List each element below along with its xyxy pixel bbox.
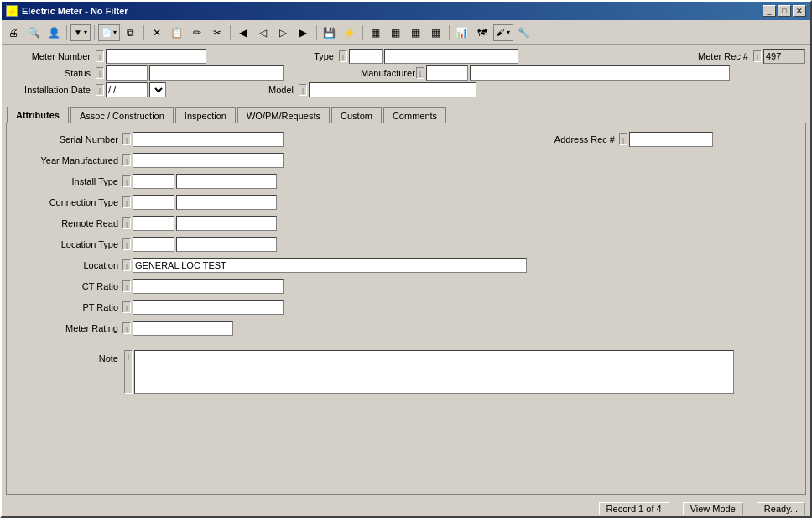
install-type-desc-input[interactable] <box>176 174 277 189</box>
close-button[interactable]: ✕ <box>793 5 806 17</box>
note-row: Note | <box>13 350 799 394</box>
connection-type-input[interactable] <box>133 195 174 210</box>
serial-number-input[interactable] <box>133 132 284 147</box>
filter-dropdown[interactable]: ▼ ▾ <box>70 24 91 41</box>
type-input[interactable] <box>349 49 383 64</box>
address-rec-field-wrap: | <box>619 132 713 147</box>
manufacturer-lock: | <box>416 67 424 79</box>
connection-type-desc-input[interactable] <box>176 195 277 210</box>
manufacturer-desc-input[interactable] <box>470 65 730 81</box>
pt-ratio-field-wrap: | <box>122 300 284 315</box>
tab-custom[interactable]: Custom <box>331 107 382 123</box>
save-button[interactable]: 💾 <box>320 24 339 42</box>
year-manufactured-label: Year Manufactured <box>13 155 122 165</box>
title-bar: ⚡ Electric Meter - No Filter _ □ ✕ <box>2 2 810 20</box>
lightning-button[interactable]: ⚡ <box>341 24 359 42</box>
form-grid: Serial Number | Year Manufactured | <box>13 130 799 340</box>
tool-button[interactable]: 🔧 <box>515 24 534 42</box>
grid1-button[interactable]: ▦ <box>367 24 385 42</box>
install-type-field-wrap: | <box>122 174 277 189</box>
toolbar-separator-7 <box>449 25 450 40</box>
location-type-desc-input[interactable] <box>176 237 277 252</box>
install-date-wrap: | <box>96 82 166 97</box>
scissors-button[interactable]: ✂ <box>208 24 226 42</box>
pencil-button[interactable]: ✏ <box>188 24 206 42</box>
chart-button[interactable]: 📊 <box>453 24 471 42</box>
note-textarea[interactable] <box>134 350 734 394</box>
install-type-input[interactable] <box>133 174 174 189</box>
tab-comments[interactable]: Comments <box>383 107 446 123</box>
location-label: Location <box>13 260 122 270</box>
note-lock: | <box>124 350 133 394</box>
search-button[interactable]: 🔍 <box>24 24 43 42</box>
tab-wo-pm-requests[interactable]: WO/PM/Requests <box>237 107 330 123</box>
pt-ratio-input[interactable] <box>133 300 284 315</box>
remote-read-input[interactable] <box>133 216 174 231</box>
page-icon: 📄 <box>102 28 112 37</box>
location-type-input[interactable] <box>133 237 174 252</box>
meter-rec-input[interactable] <box>763 49 805 64</box>
ct-ratio-input[interactable] <box>133 279 284 294</box>
address-rec-row: Address Rec # | <box>544 130 713 149</box>
maximize-button[interactable]: □ <box>778 5 791 17</box>
status-bar: Record 1 of 4 View Mode Ready... <box>2 500 810 516</box>
forward-button[interactable]: ▶ <box>294 24 313 42</box>
serial-number-label: Serial Number <box>13 134 122 144</box>
minimize-button[interactable]: _ <box>763 5 776 17</box>
model-input[interactable] <box>309 82 476 97</box>
install-date-dropdown[interactable] <box>149 82 166 97</box>
type-desc-input[interactable] <box>384 49 518 64</box>
meter-rec-lock: | <box>753 50 762 62</box>
location-type-row: Location Type | <box>13 235 527 254</box>
meter-number-input[interactable] <box>106 49 206 64</box>
year-manufactured-row: Year Manufactured | <box>13 151 527 170</box>
status-desc-input[interactable] <box>149 65 284 81</box>
user-button[interactable]: 👤 <box>44 24 63 42</box>
status-input[interactable] <box>106 65 148 81</box>
header-row-3: Installation Date | Model | <box>7 82 805 97</box>
manufacturer-wrap: | <box>416 65 730 81</box>
model-label: Model <box>243 85 294 95</box>
brush-arrow: ▾ <box>507 29 510 36</box>
address-rec-label: Address Rec # <box>544 134 619 144</box>
window-icon: ⚡ <box>6 5 18 17</box>
meter-rec-wrap: | <box>753 49 805 64</box>
meter-rating-input[interactable] <box>133 321 233 336</box>
grid2-button[interactable]: ▦ <box>387 24 405 42</box>
tab-assoc-construction[interactable]: Assoc / Construction <box>70 107 174 123</box>
note-field-wrap: | <box>124 350 734 394</box>
meter-rating-field-wrap: | <box>122 321 233 336</box>
remote-read-field-wrap: | <box>122 216 277 231</box>
filter-arrow: ▾ <box>84 29 87 36</box>
ct-ratio-lock: | <box>122 280 131 292</box>
address-rec-input[interactable] <box>629 132 713 147</box>
copy-button[interactable]: ⧉ <box>122 24 140 42</box>
next-button[interactable]: ▷ <box>274 24 293 42</box>
location-input[interactable] <box>133 258 527 273</box>
toolbar: 🖨 🔍 👤 ▼ ▾ 📄 ▾ ⧉ ✕ 📋 ✏ ✂ ◀ ◁ ▷ ▶ 💾 ⚡ ▦ ▦ … <box>2 20 810 45</box>
grid4-button[interactable]: ▦ <box>427 24 445 42</box>
brush-dropdown[interactable]: 🖌 ▾ <box>493 24 513 41</box>
remote-read-desc-input[interactable] <box>176 216 277 231</box>
location-type-lock: | <box>122 238 131 250</box>
meter-rating-row: Meter Rating | <box>13 319 527 337</box>
content-area: Serial Number | Year Manufactured | <box>6 123 806 495</box>
back-button[interactable]: ◀ <box>234 24 252 42</box>
grid3-button[interactable]: ▦ <box>407 24 425 42</box>
paste-button[interactable]: 📋 <box>168 24 186 42</box>
map-button[interactable]: 🗺 <box>473 24 492 42</box>
install-date-input[interactable] <box>106 82 148 97</box>
page-dropdown[interactable]: 📄 ▾ <box>98 24 120 41</box>
header-row-1: Meter Number | Type | Meter Rec # | <box>7 49 805 64</box>
pt-ratio-row: PT Ratio | <box>13 298 527 317</box>
print-button[interactable]: 🖨 <box>4 24 23 42</box>
manufacturer-input[interactable] <box>426 65 468 81</box>
tab-attributes[interactable]: Attributes <box>7 107 69 123</box>
location-field-wrap: | <box>122 258 527 273</box>
delete-button[interactable]: ✕ <box>148 24 166 42</box>
prev-button[interactable]: ◁ <box>254 24 273 42</box>
tabs-area: Attributes Assoc / Construction Inspecti… <box>2 102 810 123</box>
year-manufactured-input[interactable] <box>133 153 284 168</box>
tab-inspection[interactable]: Inspection <box>175 107 236 123</box>
window-title: Electric Meter - No Filter <box>22 6 128 16</box>
